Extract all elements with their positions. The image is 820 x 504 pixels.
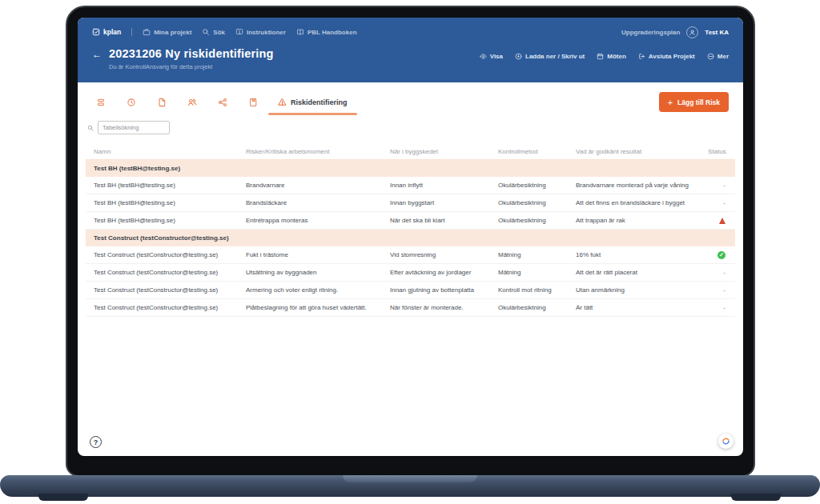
table-row[interactable]: Test BH (testBH@testing.se) Entrétrappa …: [86, 212, 735, 230]
cell-risk: Armering och voter enligt ritning.: [238, 286, 382, 294]
moten-button[interactable]: Möten: [597, 53, 626, 60]
table-row[interactable]: Test BH (testBH@testing.se) Brandsläckar…: [86, 194, 735, 212]
action-label: Mer: [718, 53, 729, 60]
table-row[interactable]: Test Construct (testConstructor@testing.…: [86, 264, 735, 282]
clock-icon: [127, 98, 136, 107]
cell-kontrollmetod: Mätning: [490, 269, 568, 276]
laptop-foot-left: [38, 494, 88, 501]
user-name[interactable]: Test KA: [705, 29, 729, 36]
nav-divider: [131, 28, 132, 36]
column-header[interactable]: Namn: [86, 148, 238, 155]
user-avatar[interactable]: [686, 26, 698, 38]
cell-namn: Test Construct (testConstructor@testing.…: [86, 304, 238, 311]
cell-kontrollmetod: Okulärbesiktning: [490, 304, 568, 311]
cell-risk: Brandsläckare: [238, 199, 382, 206]
cell-kontrollmetod: Okulärbesiktning: [490, 182, 568, 189]
table-row[interactable]: Test Construct (testConstructor@testing.…: [86, 282, 735, 299]
column-header[interactable]: Risker/Kritiska arbetsmoment: [238, 148, 382, 155]
column-header[interactable]: Kontrollmetod: [490, 148, 568, 155]
tab-overview[interactable]: [86, 98, 116, 107]
instructions-icon: [235, 28, 243, 36]
avsluta-projekt-button[interactable]: Avsluta Projekt: [638, 53, 695, 60]
cell-risk: Brandvarnare: [238, 182, 382, 189]
nav-right: Uppgraderingsplan Test KA: [621, 26, 729, 38]
download-icon: [515, 53, 522, 60]
cell-byggskede: När fönster är monterade.: [382, 304, 490, 311]
column-header[interactable]: När i byggskedet: [382, 148, 490, 155]
plus-icon: +: [668, 98, 673, 106]
laptop-foot-right: [731, 494, 781, 501]
group-name: Test Construct (testConstructor@testing.…: [94, 234, 229, 242]
status-indicator: -: [700, 269, 735, 276]
action-label: Möten: [607, 53, 626, 60]
tab-handbook[interactable]: [238, 98, 268, 107]
action-label: Visa: [490, 53, 503, 60]
cell-resultat: Utan anmärkning: [568, 286, 700, 294]
nav-item-sok[interactable]: Sök: [202, 28, 225, 36]
sync-button[interactable]: [718, 434, 734, 449]
cell-resultat: Att trappan är rak: [568, 217, 700, 224]
sync-arrows-icon: [721, 436, 731, 446]
laptop-lid-notch: [343, 475, 477, 482]
main-content: Riskidentifiering + Lägg till Risk Namn: [78, 82, 743, 456]
cell-risk: Utsättning av byggnaden: [238, 269, 382, 276]
users-icon: [187, 98, 197, 107]
status-ok-icon: [700, 251, 735, 259]
download-print-button[interactable]: Ladda ner / Skriv ut: [515, 53, 585, 60]
table-row[interactable]: Test Construct (testConstructor@testing.…: [86, 299, 735, 317]
warning-triangle-icon: [278, 98, 287, 106]
nav-item-pbl-handboken[interactable]: PBL Handboken: [296, 28, 357, 36]
back-button[interactable]: ←: [92, 50, 102, 59]
column-header[interactable]: Vad är godkänt resultat: [568, 148, 700, 155]
table-search-input[interactable]: [98, 121, 170, 134]
tab-schedule[interactable]: [116, 98, 147, 107]
cell-namn: Test BH (testBH@testing.se): [86, 182, 238, 189]
cell-byggskede: Innan byggstart: [382, 199, 490, 206]
group-name: Test BH (testBH@testing.se): [94, 165, 180, 172]
nav-item-instruktioner[interactable]: Instruktioner: [235, 28, 286, 36]
cell-byggskede: Innan inflytt: [382, 182, 490, 189]
add-risk-button[interactable]: + Lägg till Risk: [659, 92, 729, 112]
calendar-icon: [597, 53, 604, 60]
table-row[interactable]: Test BH (testBH@testing.se) Brandvarnare…: [86, 177, 735, 194]
help-button[interactable]: ?: [90, 436, 102, 448]
cell-resultat: Att det finns en brandsläckare i bygget: [568, 199, 700, 206]
cell-namn: Test Construct (testConstructor@testing.…: [86, 286, 238, 294]
journal-icon: [248, 98, 258, 107]
status-indicator: -: [700, 199, 735, 206]
search-icon: [87, 125, 94, 131]
table-row[interactable]: Test Construct (testConstructor@testing.…: [86, 246, 735, 264]
cell-kontrollmetod: Mätning: [490, 251, 568, 258]
project-actions: Visa Ladda ner / Skriv ut Möten Avs: [480, 53, 729, 60]
mer-button[interactable]: Mer: [707, 53, 729, 60]
cell-resultat: 16% fukt: [568, 251, 700, 258]
tab-riskidentifiering[interactable]: Riskidentifiering: [268, 89, 357, 115]
app-header: kplan Mina projekt Sök Instruktioner: [78, 18, 743, 82]
tab-members[interactable]: [177, 98, 207, 107]
table-search-row: [86, 121, 735, 134]
cell-namn: Test Construct (testConstructor@testing.…: [86, 269, 238, 276]
visa-button[interactable]: Visa: [480, 53, 503, 60]
cell-kontrollmetod: Okulärbesiktning: [490, 217, 568, 224]
tabs-bar: Riskidentifiering + Lägg till Risk: [86, 89, 735, 115]
cell-byggskede: Efter avtäckning av jordlager: [382, 269, 490, 276]
cell-risk: Entrétrappa monteras: [238, 217, 382, 224]
status-indicator: -: [700, 182, 735, 189]
tab-documents[interactable]: [147, 98, 177, 107]
kplan-logo[interactable]: kplan: [92, 28, 121, 36]
cell-kontrollmetod: Okulärbesiktning: [490, 199, 568, 206]
tab-workflow[interactable]: [207, 98, 238, 107]
project-title-row: ← 20231206 Ny riskidentifiering Du är Ko…: [92, 47, 729, 70]
group-row[interactable]: Test Construct (testConstructor@testing.…: [86, 230, 735, 246]
stack-icon: [96, 98, 106, 107]
cell-namn: Test Construct (testConstructor@testing.…: [86, 251, 238, 258]
column-header[interactable]: Status: [700, 148, 735, 155]
laptop-bezel: kplan Mina projekt Sök Instruktioner: [66, 6, 755, 477]
nav-item-mina-projekt[interactable]: Mina projekt: [143, 28, 191, 36]
person-icon: [689, 29, 696, 36]
active-tab-underline: [268, 113, 357, 115]
group-row[interactable]: Test BH (testBH@testing.se): [86, 160, 735, 177]
circle-minus-icon: [707, 53, 714, 60]
kplan-logo-icon: [92, 28, 100, 36]
upgrade-plan-link[interactable]: Uppgraderingsplan: [621, 29, 680, 36]
